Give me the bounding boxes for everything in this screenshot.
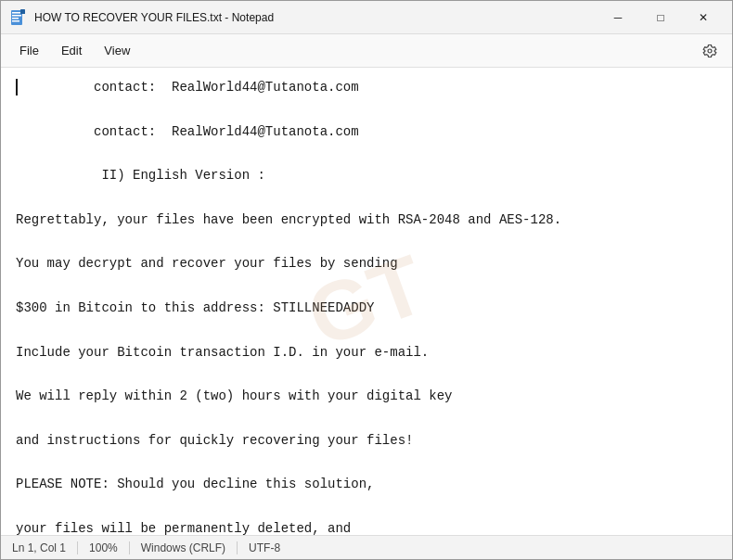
document-content[interactable]: contact: RealWorld44@Tutanota.com contac… bbox=[16, 77, 717, 535]
svg-rect-5 bbox=[20, 9, 25, 14]
notepad-window: HOW TO RECOVER YOUR FILES.txt - Notepad … bbox=[0, 0, 733, 560]
zoom-level: 100% bbox=[78, 541, 130, 554]
maximize-button[interactable]: □ bbox=[639, 1, 682, 34]
encoding: UTF-8 bbox=[238, 541, 291, 554]
title-bar: HOW TO RECOVER YOUR FILES.txt - Notepad … bbox=[1, 1, 732, 34]
settings-button[interactable] bbox=[695, 36, 725, 66]
editor-area[interactable]: GT contact: RealWorld44@Tutanota.com con… bbox=[1, 68, 732, 535]
svg-rect-1 bbox=[12, 12, 21, 14]
close-button[interactable]: ✕ bbox=[682, 1, 725, 34]
svg-point-6 bbox=[708, 49, 712, 53]
app-icon bbox=[8, 8, 27, 27]
edit-menu[interactable]: Edit bbox=[50, 40, 93, 61]
window-title: HOW TO RECOVER YOUR FILES.txt - Notepad bbox=[34, 11, 597, 24]
svg-rect-2 bbox=[12, 15, 21, 17]
text-cursor bbox=[16, 79, 18, 95]
minimize-button[interactable]: ─ bbox=[597, 1, 639, 34]
window-controls: ─ □ ✕ bbox=[597, 1, 725, 34]
close-icon: ✕ bbox=[699, 11, 708, 24]
file-menu[interactable]: File bbox=[8, 40, 50, 61]
menu-bar: File Edit View bbox=[1, 34, 732, 68]
svg-rect-4 bbox=[12, 20, 19, 22]
maximize-icon: □ bbox=[657, 11, 663, 24]
view-menu[interactable]: View bbox=[93, 40, 141, 61]
status-bar: Ln 1, Col 1 100% Windows (CRLF) UTF-8 bbox=[1, 535, 732, 559]
line-ending: Windows (CRLF) bbox=[130, 541, 238, 554]
svg-rect-3 bbox=[12, 18, 19, 19]
minimize-icon: ─ bbox=[614, 11, 623, 24]
cursor-position: Ln 1, Col 1 bbox=[12, 541, 78, 554]
